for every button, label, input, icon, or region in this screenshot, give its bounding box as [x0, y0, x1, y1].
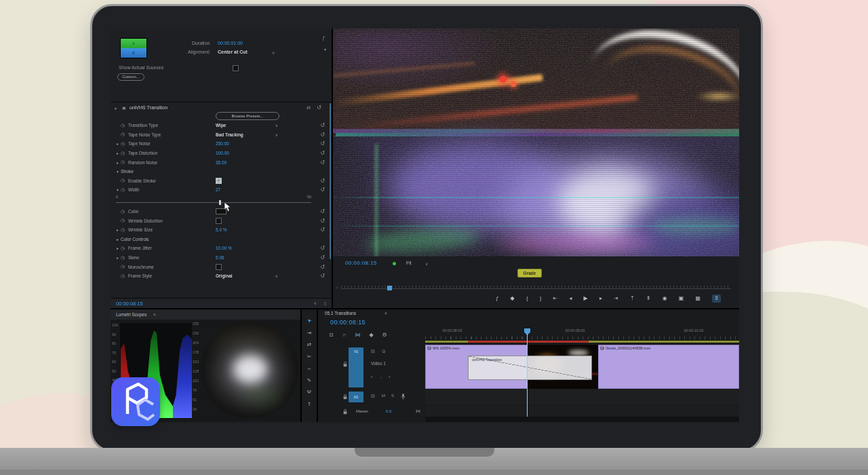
- twirl-arrow-icon[interactable]: ▾: [115, 169, 121, 174]
- reset-param-icon[interactable]: ↺: [320, 150, 325, 156]
- global-fx-mute-button[interactable]: ƒ: [496, 294, 498, 303]
- safe-margins-button[interactable]: ▦: [696, 294, 701, 303]
- reset-param-icon[interactable]: ↺: [320, 208, 325, 214]
- lock-icon[interactable]: [342, 394, 348, 400]
- next-keyframe-icon[interactable]: ›: [389, 375, 390, 379]
- stopwatch-icon[interactable]: ◷: [121, 187, 128, 193]
- param-checkbox[interactable]: [216, 218, 222, 224]
- group-label[interactable]: Color Controls: [121, 237, 149, 242]
- program-timecode[interactable]: 00:00:08:15: [345, 260, 377, 266]
- transition-clip[interactable]: uniVHS Transition: [468, 356, 592, 380]
- param-slider[interactable]: 050: [111, 195, 329, 207]
- param-checkbox[interactable]: [216, 264, 222, 270]
- v1-track-badge[interactable]: V1: [349, 347, 363, 387]
- comparison-view-button[interactable]: ▣: [679, 294, 684, 303]
- hand-tool-icon[interactable]: Ψ: [302, 389, 317, 395]
- track-select-forward-tool-icon[interactable]: ⇥: [302, 330, 317, 336]
- stopwatch-icon[interactable]: ◷: [121, 255, 128, 261]
- param-value[interactable]: 10.00 %: [216, 246, 232, 250]
- pan-icon[interactable]: ⋈: [416, 408, 420, 414]
- reset-param-icon[interactable]: ↺: [320, 140, 325, 147]
- a1-track-badge[interactable]: A1: [349, 392, 363, 402]
- slider-handle[interactable]: [219, 200, 221, 205]
- param-checkbox[interactable]: ✓: [216, 178, 222, 184]
- param-value[interactable]: 6.06: [216, 255, 224, 260]
- param-value[interactable]: 100.00: [216, 151, 229, 155]
- show-actual-sources-checkbox[interactable]: [233, 65, 239, 71]
- timeline-scrollbar[interactable]: [425, 417, 739, 422]
- reset-param-icon[interactable]: ↺: [320, 245, 325, 251]
- lock-icon[interactable]: [342, 408, 348, 415]
- close-icon[interactable]: ×: [153, 312, 156, 317]
- stopwatch-icon[interactable]: ◷: [121, 151, 128, 156]
- reset-effect-icon[interactable]: ↺: [317, 104, 321, 111]
- step-forward-button[interactable]: ▸: [599, 294, 602, 303]
- lift-button[interactable]: ⇡: [630, 294, 635, 303]
- twirl-arrow-icon[interactable]: ▸: [115, 141, 121, 146]
- add-marker-button[interactable]: ◆: [511, 294, 515, 303]
- zoom-level-dropdown[interactable]: Fit: [406, 261, 412, 265]
- reset-param-icon[interactable]: ↺: [320, 159, 325, 166]
- pen-tool-icon[interactable]: ✎: [302, 377, 317, 383]
- reset-param-icon[interactable]: ↺: [320, 187, 325, 193]
- go-to-out-button[interactable]: ⇥: [614, 294, 618, 303]
- twirl-arrow-icon[interactable]: ▸: [115, 151, 121, 155]
- selection-tool-icon[interactable]: ➤: [302, 314, 317, 328]
- stopwatch-icon[interactable]: ◷: [121, 246, 128, 251]
- step-back-button[interactable]: ◂: [569, 294, 572, 303]
- ripple-edit-tool-icon[interactable]: ⇄: [302, 341, 317, 347]
- lock-icon[interactable]: [342, 361, 348, 368]
- stopwatch-icon[interactable]: ◷: [121, 132, 128, 137]
- reset-param-icon[interactable]: ↺: [320, 264, 325, 270]
- program-playhead[interactable]: [387, 286, 392, 290]
- mark-in-button[interactable]: {: [526, 294, 528, 303]
- panel-menu-icon[interactable]: ∗: [323, 47, 327, 52]
- razor-tool-icon[interactable]: ✂: [302, 354, 317, 360]
- grade-badge[interactable]: Grade: [517, 269, 542, 278]
- duration-value[interactable]: 00:00:01:00: [218, 41, 243, 45]
- group-label[interactable]: Stroke: [121, 169, 134, 174]
- mark-out-button[interactable]: }: [540, 294, 542, 303]
- type-tool-icon[interactable]: T: [302, 401, 317, 407]
- prev-keyframe-icon[interactable]: ‹: [371, 375, 372, 379]
- toggle-track-output-eye-icon[interactable]: ⊙: [382, 349, 386, 354]
- browse-presets-button[interactable]: Browse Presets...: [216, 112, 279, 120]
- reset-param-icon[interactable]: ↺: [320, 178, 325, 184]
- toggle-sync-lock-icon[interactable]: ⊟: [371, 349, 375, 354]
- stopwatch-icon[interactable]: ◷: [121, 209, 128, 214]
- stopwatch-icon[interactable]: ◷: [121, 264, 128, 269]
- twirl-arrow-icon[interactable]: ▸: [115, 227, 121, 232]
- twirl-arrow-icon[interactable]: ▸: [115, 237, 121, 242]
- twirl-arrow-icon[interactable]: ▸: [115, 160, 121, 165]
- twirl-arrow-icon[interactable]: ▸: [115, 246, 121, 250]
- stopwatch-icon[interactable]: ◷: [121, 123, 128, 128]
- effect-controls-timecode[interactable]: 00:00:08:15: [116, 301, 143, 307]
- reset-param-icon[interactable]: ↺: [320, 254, 325, 261]
- master-level-value[interactable]: 0.0: [386, 409, 391, 413]
- reset-param-icon[interactable]: ↺: [320, 218, 325, 224]
- export-frame-button[interactable]: ◉: [663, 294, 667, 303]
- param-dropdown[interactable]: Bad Tracking: [216, 132, 243, 137]
- play-button[interactable]: ▶: [584, 294, 588, 303]
- param-value[interactable]: 5.0 %: [216, 227, 227, 232]
- stopwatch-icon[interactable]: ◷: [121, 178, 128, 183]
- stopwatch-icon[interactable]: ◷: [121, 218, 128, 223]
- param-value[interactable]: 35.00: [216, 160, 226, 165]
- param-value[interactable]: 27: [216, 187, 220, 192]
- param-dropdown[interactable]: Wipe: [216, 123, 226, 128]
- solo-track-icon[interactable]: S: [391, 394, 394, 398]
- extract-button[interactable]: ⇞: [646, 294, 651, 303]
- go-to-in-button[interactable]: ⇤: [553, 294, 558, 303]
- alignment-dropdown[interactable]: Center at Cut: [218, 50, 248, 54]
- setup-icon[interactable]: ⇄: [307, 105, 311, 111]
- param-dropdown[interactable]: Original: [216, 273, 233, 278]
- reset-param-icon[interactable]: ↺: [320, 122, 325, 128]
- stopwatch-icon[interactable]: ◷: [121, 273, 128, 279]
- zoom-in-icon[interactable]: ▯: [324, 301, 326, 305]
- program-scrubber[interactable]: ○: [341, 285, 731, 292]
- param-value[interactable]: 250.00: [216, 141, 229, 146]
- toggle-sync-lock-icon[interactable]: ⊟: [371, 394, 375, 399]
- fx-icon[interactable]: ƒ: [322, 35, 325, 40]
- reset-param-icon[interactable]: ↺: [320, 227, 325, 233]
- collapse-chevron-icon[interactable]: ▾: [115, 106, 117, 111]
